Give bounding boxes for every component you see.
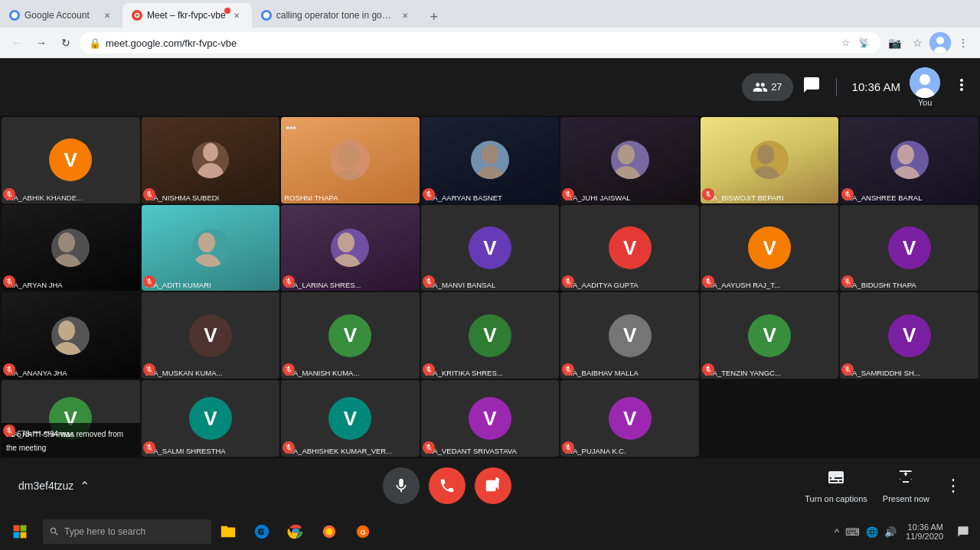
name-bar-1: VIIA_ABHIK KHANDE...: [2, 192, 140, 203]
name-bar-22: VIIA_KRITI SHARMA: [2, 428, 140, 440]
name-2: VIIA_NISHMA SUBEDI: [145, 194, 220, 202]
bookmark-icon[interactable]: ☆: [906, 32, 928, 54]
name-4: VIIA_AARYAN BASNET: [424, 194, 502, 202]
participant-tile-9: VIIA_ADITI KUMARI: [142, 205, 280, 291]
taskbar-firefox[interactable]: [312, 513, 346, 550]
svg-point-11: [331, 169, 368, 180]
mic-button[interactable]: [383, 467, 420, 504]
name-25: VIIA_VEDANT SRIVASTAVA: [424, 447, 517, 455]
participant-tile-3: ••• ROSHNI THAPA: [281, 117, 420, 203]
reload-button[interactable]: ↻: [55, 32, 77, 54]
taskbar-apps: G: [211, 513, 380, 550]
participant-tile-14: V VIIA_BIDUSHI THAPA: [840, 205, 978, 291]
extensions-icon[interactable]: ⋮: [952, 32, 974, 54]
cast-icon[interactable]: 📡: [856, 35, 871, 50]
volume-icon[interactable]: 🔊: [884, 526, 897, 538]
grid-row-1: V VIIA_ABHIK KHANDE... VIIA_NISHMA SUBED…: [2, 117, 978, 203]
svg-point-23: [191, 254, 222, 267]
hangup-button[interactable]: [429, 467, 466, 504]
taskbar-chrome[interactable]: [279, 513, 312, 550]
svg-point-12: [482, 145, 498, 164]
name-bar-14: VIIA_BIDUSHI THAPA: [840, 279, 978, 291]
system-tray-icons: ^ ⌨ 🌐 🔊: [835, 526, 897, 538]
camera-off-button[interactable]: [475, 467, 511, 504]
mute-icon-23: [143, 441, 155, 454]
avatar-26: V: [609, 397, 652, 440]
avatar-14: V: [888, 226, 931, 269]
address-bar[interactable]: 🔒 meet.google.com/fkr-fvpc-vbe ☆ 📡: [80, 32, 880, 54]
participant-tile-18: V VIIA_KRITIKA SHRES...: [421, 292, 560, 379]
mute-icon-20: [702, 363, 714, 376]
notification-center-button[interactable]: [952, 521, 974, 542]
profile-avatar[interactable]: [929, 32, 951, 54]
clock[interactable]: 10:36 AM 11/9/2020: [900, 522, 949, 541]
taskbar-file-explorer[interactable]: [211, 513, 245, 550]
svg-point-1: [136, 14, 138, 16]
tab3-close[interactable]: ✕: [399, 9, 411, 21]
meeting-code-expand[interactable]: ⌃: [80, 479, 90, 493]
name-20: VIIA_TENZIN YANGC...: [704, 369, 781, 377]
name-3: ROSHNI THAPA: [284, 194, 338, 202]
name-bar-9: VIIA_ADITI KUMARI: [142, 279, 280, 291]
avatar-16: V: [189, 314, 232, 357]
svg-point-26: [58, 321, 75, 340]
tab2-close[interactable]: ✕: [230, 9, 243, 21]
name-6: VIIA_BISWOJIT BEPARI: [704, 194, 784, 202]
avatar-13: V: [748, 226, 791, 269]
network-icon[interactable]: 🌐: [866, 526, 878, 538]
participants-count: 27: [771, 81, 782, 93]
tab-google-search[interactable]: calling operator tone in google m... ✕: [252, 3, 420, 28]
avatar-1: V: [49, 138, 92, 181]
grid-row-3: VIIA_ANANYA JHA V VIIA_MUSKAN KUMA... V …: [2, 292, 978, 379]
taskbar-edge[interactable]: [245, 513, 279, 550]
bottom-more-button[interactable]: ⋮: [945, 476, 962, 496]
grid-row-4: V +1 678-***-**94 was removed from the m…: [2, 380, 978, 457]
back-button[interactable]: ←: [6, 32, 28, 54]
svg-point-14: [618, 145, 635, 164]
taskbar-app5[interactable]: G: [346, 513, 380, 550]
name-bar-20: VIIA_TENZIN YANGC...: [701, 367, 839, 379]
svg-point-34: [325, 528, 332, 535]
name-10: VIIA_LARINA SHRES...: [284, 281, 361, 289]
svg-rect-31: [21, 532, 27, 539]
participant-tile-21: V VIIA_SAMRIDDHI SH...: [840, 292, 978, 379]
participant-tile-24: V VIIA_ABHISHEK KUMAR_VER...: [281, 380, 420, 457]
name-13: VIIA_AAYUSH RAJ_T...: [704, 281, 780, 289]
participant-tile-12: V VIIA_AADITYA GUPTA: [560, 205, 699, 291]
participants-button[interactable]: 27: [742, 73, 792, 101]
name-18: VIIA_KRITIKA SHRES...: [424, 369, 503, 377]
avatar-19: V: [609, 314, 652, 357]
captions-button[interactable]: Turn on captions: [805, 468, 867, 503]
tab-bar: Google Account ✕ Meet – fkr-fvpc-vbe ✕ c…: [0, 0, 980, 28]
svg-point-8: [203, 143, 218, 161]
start-button[interactable]: [0, 513, 40, 550]
tab-meet[interactable]: Meet – fkr-fvpc-vbe ✕: [122, 3, 252, 28]
participant-tile-5: VIIA_JUHI JAISWAL: [560, 117, 699, 203]
meet-time: 10:36 AM: [852, 80, 900, 93]
new-tab-button[interactable]: +: [423, 6, 445, 28]
star-icon[interactable]: ☆: [838, 35, 853, 50]
tab1-close[interactable]: ✕: [101, 9, 113, 21]
mute-icon-1: [3, 188, 15, 200]
search-bar-text: Type here to search: [64, 526, 145, 537]
search-bar[interactable]: Type here to search: [43, 519, 211, 544]
camera-icon[interactable]: 📷: [884, 32, 905, 54]
meet-more-button[interactable]: [952, 76, 971, 98]
chat-button[interactable]: [802, 76, 821, 98]
avatar-17: V: [328, 314, 371, 357]
svg-point-18: [897, 145, 914, 164]
participant-tile-23: V VIIA_SALMI SHRESTHA: [142, 380, 280, 457]
forward-button[interactable]: →: [31, 32, 52, 54]
svg-point-21: [51, 254, 82, 267]
mute-icon-22: [3, 425, 15, 437]
name-17: VIIA_MANISH KUMA...: [284, 369, 359, 377]
name-24: VIIA_ABHISHEK KUMAR_VER...: [284, 447, 392, 455]
tab-google-account[interactable]: Google Account ✕: [0, 3, 122, 28]
participant-tile-16: V VIIA_MUSKAN KUMA...: [142, 292, 280, 379]
tray-icon-1[interactable]: ^: [835, 526, 839, 538]
keyboard-icon[interactable]: ⌨: [845, 526, 860, 538]
name-bar-23: VIIA_SALMI SHRESTHA: [142, 445, 280, 457]
present-button[interactable]: Present now: [883, 468, 929, 503]
you-label: You: [918, 98, 933, 107]
svg-point-10: [338, 143, 360, 168]
